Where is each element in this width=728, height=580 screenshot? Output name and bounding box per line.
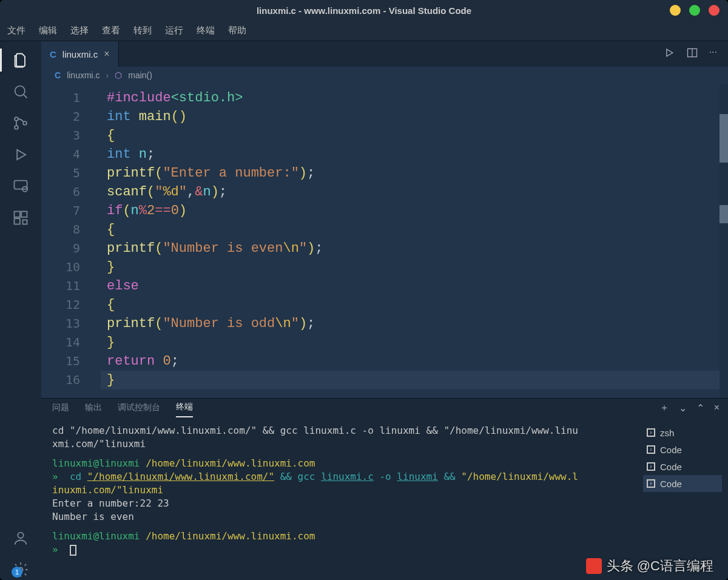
c-file-icon: C bbox=[55, 70, 61, 80]
terminal-dropdown-icon[interactable]: ⌄ bbox=[679, 402, 687, 417]
terminal-list-item[interactable]: ›Code bbox=[643, 458, 722, 475]
run-debug-icon[interactable] bbox=[10, 144, 31, 165]
code-area[interactable]: #include<stdio.h>int main(){int n;printf… bbox=[107, 89, 722, 389]
breadcrumb-file: linuxmi.c bbox=[67, 70, 99, 80]
activity-bar: 1 bbox=[0, 41, 41, 580]
terminal-list: ›zsh›Code›Code›Code bbox=[637, 420, 728, 580]
code-editor[interactable]: 12345678910111213141516 #include<stdio.h… bbox=[41, 84, 728, 398]
more-icon[interactable]: ··· bbox=[709, 47, 717, 61]
svg-rect-7 bbox=[21, 212, 27, 217]
tab-bar: C linuxmi.c × ··· bbox=[41, 41, 728, 67]
close-tab-icon[interactable]: × bbox=[104, 49, 109, 59]
svg-rect-4 bbox=[15, 181, 27, 189]
toutiao-logo-icon bbox=[586, 558, 602, 574]
terminal-list-item[interactable]: ›Code bbox=[643, 441, 722, 458]
chevron-right-icon: › bbox=[106, 70, 109, 80]
c-file-icon: C bbox=[50, 49, 56, 59]
svg-point-0 bbox=[15, 86, 25, 96]
run-icon[interactable] bbox=[663, 47, 675, 61]
panel-tabs: 问题输出调试控制台终端 ＋ ⌄ ⌃ × bbox=[41, 399, 728, 420]
settings-badge: 1 bbox=[12, 567, 22, 578]
editor-tab[interactable]: C linuxmi.c × bbox=[41, 41, 119, 67]
panel-tab[interactable]: 问题 bbox=[52, 402, 69, 417]
new-terminal-icon[interactable]: ＋ bbox=[659, 402, 669, 418]
line-gutter: 12345678910111213141516 bbox=[41, 89, 96, 389]
breadcrumb-symbol: main() bbox=[128, 70, 152, 80]
symbol-icon: ⬡ bbox=[115, 70, 122, 80]
account-icon[interactable] bbox=[10, 528, 31, 548]
menu-item[interactable]: 选择 bbox=[70, 25, 89, 36]
panel-tab[interactable]: 输出 bbox=[85, 402, 102, 417]
close-window-button[interactable] bbox=[709, 5, 720, 16]
terminal[interactable]: cd "/home/linuxmi/www.linuxmi.com/" && g… bbox=[41, 420, 637, 580]
svg-rect-6 bbox=[15, 212, 20, 217]
terminal-list-item[interactable]: ›Code bbox=[643, 475, 722, 492]
breadcrumb[interactable]: C linuxmi.c › ⬡ main() bbox=[41, 67, 728, 84]
menubar: 文件编辑选择查看转到运行终端帮助 bbox=[0, 21, 728, 41]
watermark: 头条 @C语言编程 bbox=[586, 557, 713, 575]
panel-tab[interactable]: 调试控制台 bbox=[118, 402, 160, 417]
maximize-panel-icon[interactable]: ⌃ bbox=[696, 402, 704, 417]
svg-point-3 bbox=[23, 121, 27, 125]
tab-label: linuxmi.c bbox=[62, 49, 98, 59]
minimap[interactable] bbox=[720, 84, 728, 398]
minimize-button[interactable] bbox=[670, 5, 681, 16]
svg-rect-8 bbox=[15, 218, 20, 224]
window-title: linuxmi.c - www.linuxmi.com - Visual Stu… bbox=[257, 5, 471, 16]
source-control-icon[interactable] bbox=[10, 113, 31, 133]
explorer-icon[interactable] bbox=[10, 50, 31, 70]
menu-item[interactable]: 运行 bbox=[165, 25, 183, 36]
menu-item[interactable]: 编辑 bbox=[39, 25, 57, 36]
close-panel-icon[interactable]: × bbox=[714, 402, 720, 417]
svg-rect-9 bbox=[23, 220, 27, 224]
menu-item[interactable]: 文件 bbox=[7, 25, 25, 36]
svg-point-1 bbox=[15, 117, 18, 121]
menu-item[interactable]: 转到 bbox=[133, 25, 152, 36]
menu-item[interactable]: 终端 bbox=[197, 25, 215, 36]
menu-item[interactable]: 查看 bbox=[102, 25, 120, 36]
titlebar: linuxmi.c - www.linuxmi.com - Visual Stu… bbox=[0, 0, 728, 21]
editor-actions: ··· bbox=[663, 47, 728, 61]
menu-item[interactable]: 帮助 bbox=[228, 25, 246, 36]
window-controls bbox=[670, 5, 720, 16]
panel-actions: ＋ ⌄ ⌃ × bbox=[659, 402, 720, 418]
panel-tab[interactable]: 终端 bbox=[176, 402, 193, 417]
svg-point-10 bbox=[18, 533, 23, 538]
terminal-list-item[interactable]: ›zsh bbox=[643, 424, 722, 441]
settings-icon[interactable]: 1 bbox=[10, 559, 31, 580]
extensions-icon[interactable] bbox=[10, 207, 31, 228]
search-icon[interactable] bbox=[10, 81, 31, 102]
remote-icon[interactable] bbox=[10, 176, 31, 197]
bottom-panel: 问题输出调试控制台终端 ＋ ⌄ ⌃ × cd "/home/linuxmi/ww… bbox=[41, 398, 728, 580]
terminal-cursor bbox=[70, 545, 76, 556]
split-editor-icon[interactable] bbox=[686, 47, 698, 61]
svg-point-2 bbox=[15, 126, 18, 129]
maximize-button[interactable] bbox=[689, 5, 700, 16]
